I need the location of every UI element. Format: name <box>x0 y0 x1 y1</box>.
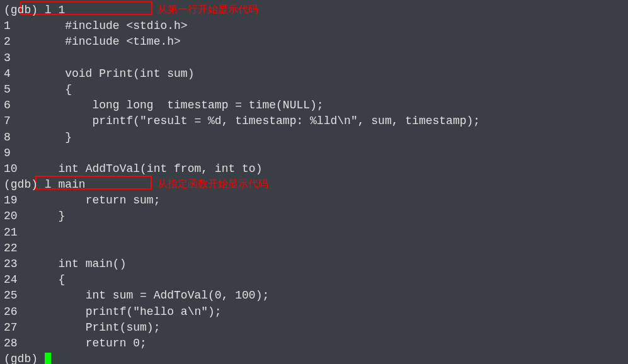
source-code-text: long long timestamp = time(NULL); <box>18 99 324 111</box>
source-code-text: Print(sum); <box>18 321 161 334</box>
line-number: 20 <box>4 208 18 224</box>
line-number: 6 <box>4 98 18 113</box>
line-number: 4 <box>4 66 18 82</box>
line-number: 27 <box>4 320 18 336</box>
line-number: 28 <box>4 336 18 351</box>
source-line: 23 int main() <box>4 256 624 272</box>
line-number: 1 <box>4 18 18 34</box>
source-code-text: int AddToVal(int from, int to) <box>18 162 263 175</box>
line-number: 19 <box>4 193 18 208</box>
gdb-prompt: (gdb) <box>4 178 38 191</box>
line-number: 5 <box>4 82 18 98</box>
line-number: 25 <box>4 288 18 304</box>
source-listing-1: 1 #include <stdio.h>2 #include <time.h>3… <box>4 18 624 177</box>
line-number: 7 <box>4 113 18 129</box>
source-code-text: { <box>18 83 72 96</box>
gdb-command-line-1[interactable]: (gdb) l 1 <box>4 3 624 18</box>
source-line: 24 { <box>4 272 624 288</box>
source-line: 8 } <box>4 130 624 145</box>
cursor-icon <box>45 353 51 364</box>
source-code-text: #include <stdio.h> <box>18 20 188 32</box>
source-code-text: } <box>18 210 66 222</box>
line-number: 23 <box>4 256 18 272</box>
line-number: 8 <box>4 130 18 145</box>
source-line: 7 printf("result = %d, timestamp: %lld\n… <box>4 113 624 129</box>
source-code-text: return sum; <box>18 194 161 207</box>
source-code-text: int main() <box>18 258 127 270</box>
source-line: 2 #include <time.h> <box>4 34 624 50</box>
gdb-command-text: l main <box>45 178 86 191</box>
source-line: 25 int sum = AddToVal(0, 100); <box>4 288 624 304</box>
line-number: 10 <box>4 161 18 177</box>
line-number: 3 <box>4 50 18 66</box>
source-line: 10 int AddToVal(int from, int to) <box>4 161 624 177</box>
line-number: 24 <box>4 272 18 288</box>
gdb-command-line-2[interactable]: (gdb) l main <box>4 177 624 193</box>
source-line: 5 { <box>4 82 624 98</box>
line-number: 9 <box>4 145 18 161</box>
source-line: 6 long long timestamp = time(NULL); <box>4 98 624 113</box>
gdb-prompt: (gdb) <box>4 4 38 16</box>
source-code-text: { <box>18 273 66 286</box>
source-line: 9 <box>4 145 624 161</box>
source-line: 20 } <box>4 208 624 224</box>
source-code-text: return 0; <box>18 337 147 350</box>
source-code-text: #include <time.h> <box>18 35 181 48</box>
source-code-text: } <box>18 131 72 144</box>
source-line: 21 <box>4 225 624 241</box>
source-code-text: printf("result = %d, timestamp: %lld\n",… <box>18 115 481 127</box>
source-code-text: printf("hello a\n"); <box>18 305 222 318</box>
line-number: 22 <box>4 241 18 256</box>
source-line: 28 return 0; <box>4 336 624 351</box>
gdb-prompt: (gdb) <box>4 353 38 364</box>
source-line: 22 <box>4 241 624 256</box>
source-listing-2: 19 return sum;20 }212223 int main()24 {2… <box>4 193 624 351</box>
gdb-command-line-3[interactable]: (gdb) <box>4 351 624 364</box>
line-number: 21 <box>4 225 18 241</box>
gdb-command-text: l 1 <box>45 4 65 16</box>
source-line: 4 void Print(int sum) <box>4 66 624 82</box>
line-number: 26 <box>4 304 18 320</box>
source-line: 1 #include <stdio.h> <box>4 18 624 34</box>
source-code-text: void Print(int sum) <box>18 67 195 80</box>
source-line: 26 printf("hello a\n"); <box>4 304 624 320</box>
source-code-text: int sum = AddToVal(0, 100); <box>18 289 270 302</box>
source-line: 19 return sum; <box>4 193 624 208</box>
line-number: 2 <box>4 34 18 50</box>
source-line: 27 Print(sum); <box>4 320 624 336</box>
source-line: 3 <box>4 50 624 66</box>
